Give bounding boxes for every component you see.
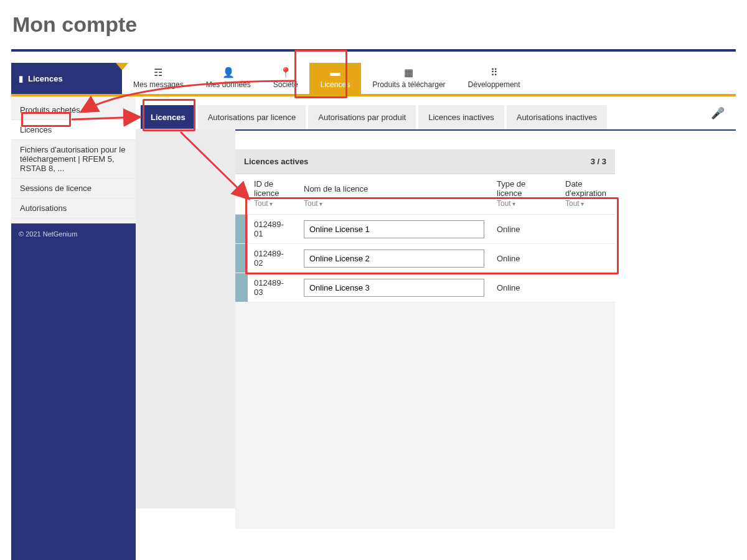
panel-title: Licences actives (244, 157, 308, 166)
sidebar-menu: Produits achetés Licences Fichiers d'aut… (11, 96, 136, 223)
layout: Produits achetés Licences Fichiers d'aut… (11, 96, 736, 560)
nav-item-licences[interactable]: ▬ Licences (309, 63, 361, 94)
cell-exp (559, 273, 615, 302)
panel-header: Licences actives 3 / 3 (235, 149, 615, 174)
grid-icon: ▦ (404, 68, 413, 78)
row-accent (235, 215, 248, 244)
licence-name-input[interactable] (304, 279, 484, 297)
cell-id: 012489-02 (248, 244, 298, 273)
licence-name-input[interactable] (304, 250, 484, 268)
chevron-down-icon: ▾ (319, 200, 322, 207)
nav-label: Mes données (206, 80, 251, 89)
nav-item-company[interactable]: 📍 Société (262, 63, 309, 94)
tab-auth-per-licence[interactable]: Autorisations par licence (198, 105, 306, 129)
person-icon: 👤 (222, 68, 235, 78)
nav-label: Société (273, 80, 298, 89)
table-row[interactable]: 012489-02 Online (235, 244, 615, 273)
microphone-icon[interactable]: 🎤 (705, 103, 731, 124)
row-accent (235, 273, 248, 302)
top-nav-current: ▮ Licences (11, 63, 122, 94)
cell-id: 012489-01 (248, 215, 298, 244)
licence-name-input[interactable] (304, 220, 484, 238)
col-name[interactable]: Nom de la licence (298, 174, 491, 199)
sidebar-item-licences[interactable]: Licences (11, 120, 136, 140)
tab-inactive-auth[interactable]: Autorisations inactives (507, 105, 607, 129)
tabbar: Licences Autorisations par licence Autor… (136, 96, 607, 129)
col-id[interactable]: ID de licence (248, 174, 298, 199)
sidebar-item-licence-sessions[interactable]: Sessions de licence (11, 179, 136, 198)
dev-icon: ⠿ (491, 68, 498, 78)
panel-count: 3 / 3 (591, 157, 606, 166)
sidebar-item-authorizations[interactable]: Autorisations (11, 198, 136, 218)
content-column: Licences actives 3 / 3 ID de licence Nom… (235, 149, 615, 529)
sidebar-item-purchased-products[interactable]: Produits achetés (11, 100, 136, 120)
app-frame: ▮ Licences ☶ Mes messages 👤 Mes données … (11, 63, 736, 560)
col-exp[interactable]: Date d'expiration (559, 174, 615, 199)
cell-exp (559, 215, 615, 244)
card-icon: ▬ (330, 68, 340, 78)
cell-type: Online (491, 273, 559, 302)
tab-inactive-licences[interactable]: Licences inactives (418, 105, 504, 129)
tab-licences[interactable]: Licences (141, 105, 195, 129)
tabbar-wrap: Licences Autorisations par licence Autor… (136, 96, 736, 131)
page-title: Mon compte (0, 0, 747, 49)
cell-type: Online (491, 215, 559, 244)
chevron-down-icon: ▾ (581, 200, 584, 207)
cell-exp (559, 244, 615, 273)
nav-item-downloads[interactable]: ▦ Produits à télécharger (361, 63, 456, 94)
chevron-down-icon: ▾ (512, 200, 515, 207)
main: Licences Autorisations par licence Autor… (136, 96, 736, 560)
messages-icon: ☶ (154, 68, 162, 78)
col-type[interactable]: Type de licence (491, 174, 559, 199)
top-nav: ▮ Licences ☶ Mes messages 👤 Mes données … (11, 63, 736, 96)
sidebar: Produits achetés Licences Fichiers d'aut… (11, 96, 136, 560)
copyright: © 2021 NetGenium (11, 223, 136, 244)
nav-label: Mes messages (133, 80, 184, 89)
filter-id[interactable]: Tout▾ (248, 199, 298, 215)
gutter (136, 129, 235, 508)
nav-item-my-data[interactable]: 👤 Mes données (195, 63, 262, 94)
top-nav-current-label: Licences (28, 74, 63, 83)
nav-label: Développement (468, 80, 520, 89)
licences-table: ID de licence Nom de la licence Type de … (235, 174, 615, 302)
pin-icon: 📍 (280, 68, 292, 78)
nav-item-development[interactable]: ⠿ Développement (457, 63, 532, 94)
licences-icon: ▮ (19, 74, 23, 83)
cell-type: Online (491, 244, 559, 273)
table-row[interactable]: 012489-03 Online (235, 273, 615, 302)
filter-exp[interactable]: Tout▾ (559, 199, 615, 215)
nav-item-messages[interactable]: ☶ Mes messages (122, 63, 195, 94)
nav-label: Licences (321, 80, 350, 89)
sidebar-item-authorization-files[interactable]: Fichiers d'autorisation pour le téléchar… (11, 140, 136, 179)
filter-type[interactable]: Tout▾ (491, 199, 559, 215)
filter-name[interactable]: Tout▾ (298, 199, 491, 215)
nav-label: Produits à télécharger (372, 80, 445, 89)
title-underline (11, 49, 736, 52)
row-accent (235, 244, 248, 273)
chevron-down-icon: ▾ (270, 200, 273, 207)
cell-id: 012489-03 (248, 273, 298, 302)
table-row[interactable]: 012489-01 Online (235, 215, 615, 244)
tab-auth-per-product[interactable]: Autorisations par produit (308, 105, 416, 129)
